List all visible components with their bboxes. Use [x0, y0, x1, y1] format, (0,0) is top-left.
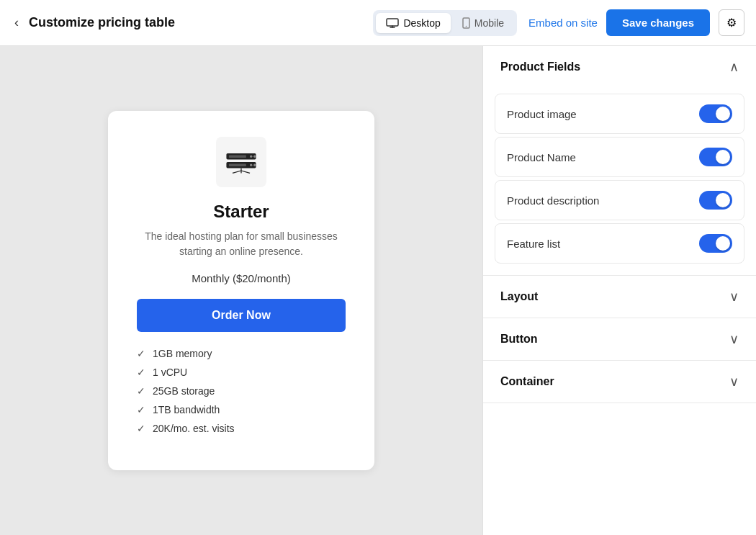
layout-section: Layout ∨ — [483, 276, 756, 318]
product-price: Monthly ($20/month) — [137, 272, 346, 284]
toggle-track — [699, 148, 732, 166]
product-fields-header[interactable]: Product Fields ∧ — [483, 46, 756, 88]
toggle-product-description[interactable] — [699, 191, 732, 210]
field-label-product-name: Product Name — [507, 151, 576, 163]
mobile-icon — [462, 17, 470, 29]
embed-on-site-button[interactable]: Embed on site — [528, 17, 598, 29]
toggle-product-name[interactable] — [699, 148, 732, 166]
preview-area: Starter The ideal hosting plan for small… — [0, 46, 482, 535]
button-header[interactable]: Button ∨ — [483, 318, 756, 360]
list-item: ✓ 1 vCPU — [137, 367, 346, 378]
toggle-thumb — [716, 107, 730, 121]
toggle-track — [699, 104, 732, 123]
toggle-product-image[interactable] — [699, 104, 732, 123]
check-icon: ✓ — [137, 404, 145, 415]
toggle-track — [699, 191, 732, 210]
mobile-label: Mobile — [474, 17, 504, 29]
mobile-view-button[interactable]: Mobile — [452, 13, 514, 33]
svg-point-7 — [250, 164, 252, 166]
svg-point-2 — [465, 25, 467, 27]
product-fields-title: Product Fields — [500, 60, 580, 73]
container-title: Container — [500, 375, 554, 388]
check-icon: ✓ — [137, 423, 145, 434]
toggle-feature-list[interactable] — [699, 234, 732, 253]
chevron-up-icon: ∧ — [729, 59, 739, 75]
fields-list: Product image Product Name — [483, 88, 756, 275]
features-list: ✓ 1GB memory ✓ 1 vCPU ✓ 25GB storage ✓ 1… — [137, 348, 346, 434]
order-now-button[interactable]: Order Now — [137, 299, 346, 332]
chevron-down-icon: ∨ — [729, 331, 739, 347]
list-item: ✓ 1TB bandwidth — [137, 404, 346, 415]
field-row-feature-list: Feature list — [495, 223, 744, 264]
right-panel: Product Fields ∧ Product image Product N… — [482, 46, 756, 535]
list-item: ✓ 20K/mo. est. visits — [137, 423, 346, 434]
layout-header[interactable]: Layout ∨ — [483, 276, 756, 318]
check-icon: ✓ — [137, 385, 145, 397]
svg-rect-0 — [387, 19, 398, 26]
svg-rect-9 — [229, 156, 246, 158]
save-changes-button[interactable]: Save changes — [606, 9, 710, 36]
product-description: The ideal hosting plan for small busines… — [137, 229, 346, 259]
button-section: Button ∨ — [483, 318, 756, 361]
container-header[interactable]: Container ∨ — [483, 361, 756, 403]
header-left: ‹ Customize pricing table — [12, 12, 361, 33]
chevron-down-icon: ∨ — [729, 289, 739, 305]
list-item: ✓ 25GB storage — [137, 385, 346, 397]
product-name: Starter — [137, 202, 346, 222]
toggle-thumb — [716, 236, 730, 251]
field-row-product-description: Product description — [495, 180, 744, 220]
field-row-product-name: Product Name — [495, 137, 744, 177]
list-item: ✓ 1GB memory — [137, 348, 346, 359]
layout-title: Layout — [500, 290, 538, 303]
page-title: Customize pricing table — [29, 15, 175, 30]
svg-line-11 — [233, 171, 241, 173]
settings-button[interactable]: ⚙ — [719, 9, 744, 36]
field-label-feature-list: Feature list — [507, 238, 560, 250]
button-title: Button — [500, 333, 538, 346]
header: ‹ Customize pricing table Desktop Mobile… — [0, 0, 756, 46]
server-icon — [224, 150, 258, 174]
view-toggle: Desktop Mobile — [373, 10, 517, 36]
product-fields-section: Product Fields ∧ Product image Product N… — [483, 46, 756, 276]
field-label-product-description: Product description — [507, 194, 599, 207]
check-icon: ✓ — [137, 367, 145, 378]
toggle-track — [699, 234, 732, 253]
product-icon-container — [216, 137, 266, 187]
svg-line-13 — [241, 171, 250, 173]
svg-point-5 — [250, 156, 252, 158]
svg-rect-10 — [229, 164, 246, 166]
desktop-label: Desktop — [403, 17, 440, 29]
main-layout: Starter The ideal hosting plan for small… — [0, 46, 756, 535]
desktop-view-button[interactable]: Desktop — [376, 13, 450, 33]
toggle-thumb — [716, 193, 730, 207]
field-label-product-image: Product image — [507, 108, 577, 120]
gear-icon: ⚙ — [726, 16, 737, 30]
field-row-product-image: Product image — [495, 94, 744, 134]
check-icon: ✓ — [137, 348, 145, 359]
desktop-icon — [386, 18, 399, 28]
container-section: Container ∨ — [483, 361, 756, 403]
header-right: Embed on site Save changes ⚙ — [528, 9, 744, 36]
svg-point-8 — [253, 164, 256, 166]
svg-point-6 — [253, 156, 256, 158]
toggle-thumb — [716, 150, 730, 164]
pricing-card: Starter The ideal hosting plan for small… — [108, 111, 374, 470]
chevron-down-icon: ∨ — [729, 374, 739, 390]
back-button[interactable]: ‹ — [12, 12, 22, 33]
